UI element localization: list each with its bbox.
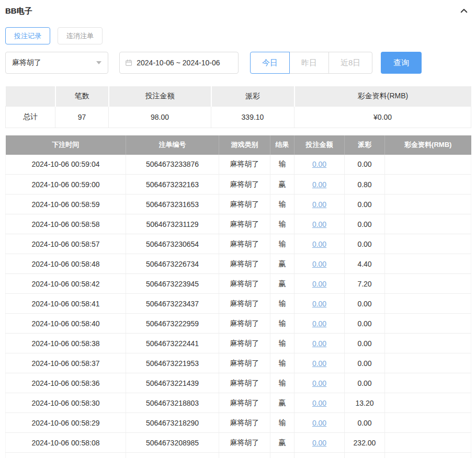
- order-id-cell: 5064673233876: [126, 155, 219, 175]
- game-type-cell: 麻将胡了: [219, 453, 270, 458]
- bet-amount-link[interactable]: 0.00: [312, 280, 326, 288]
- summary-total-bonus: ¥0.00: [294, 106, 471, 128]
- table-row: 2024-10-06 00:58:585064673231129麻将胡了输0.0…: [6, 214, 471, 234]
- order-id-cell: 5064673218290: [126, 413, 219, 433]
- bet-amount-link[interactable]: 0.00: [312, 419, 326, 427]
- result-cell: 输: [270, 413, 294, 433]
- order-id-cell: 5064673232163: [126, 175, 219, 194]
- bet-amount-cell: 0.00: [294, 413, 345, 433]
- bet-time-cell: 2024-10-06 00:58:41: [6, 294, 126, 314]
- table-row: 2024-10-06 00:58:595064673231653麻将胡了输0.0…: [6, 194, 471, 214]
- bet-amount-link[interactable]: 0.00: [312, 240, 326, 248]
- game-type-cell: 麻将胡了: [219, 194, 270, 214]
- bet-amount-link[interactable]: 0.00: [312, 399, 326, 407]
- bet-amount-link[interactable]: 0.00: [312, 439, 326, 447]
- panel-header: BB电子: [5, 4, 471, 17]
- bonus-cell: [385, 393, 471, 413]
- bet-time-cell: 2024-10-06 00:58:36: [6, 373, 126, 393]
- game-type-cell: 麻将胡了: [219, 353, 270, 373]
- payout-cell: 0.00: [345, 413, 385, 433]
- result-cell: 输: [270, 234, 294, 254]
- order-id-cell: 5064673230654: [126, 234, 219, 254]
- bet-amount-link[interactable]: 0.00: [312, 260, 326, 268]
- tab-bet-records[interactable]: 投注记录: [5, 27, 50, 44]
- payout-cell: 0.00: [345, 234, 385, 254]
- table-row: 2024-10-06 00:58:065064673208476麻将胡了输0.0…: [6, 453, 471, 458]
- result-cell: 赢: [270, 274, 294, 294]
- bet-time-cell: 2024-10-06 00:58:29: [6, 413, 126, 433]
- bet-amount-cell: 0.00: [294, 334, 345, 353]
- summary-header-bonus: 彩金资料(RMB): [294, 86, 471, 106]
- bet-amount-link[interactable]: 0.00: [312, 359, 326, 368]
- order-id-cell: 5064673222441: [126, 334, 219, 353]
- bet-amount-cell: 0.00: [294, 194, 345, 214]
- table-row: 2024-10-06 00:59:045064673233876麻将胡了输0.0…: [6, 155, 471, 175]
- table-row: 2024-10-06 00:58:575064673230654麻将胡了输0.0…: [6, 234, 471, 254]
- game-select[interactable]: 麻将胡了: [5, 52, 108, 74]
- payout-cell: 0.00: [345, 194, 385, 214]
- search-button[interactable]: 查询: [381, 52, 422, 74]
- bonus-cell: [385, 353, 471, 373]
- result-cell: 输: [270, 373, 294, 393]
- bonus-cell: [385, 373, 471, 393]
- bonus-cell: [385, 413, 471, 433]
- bonus-cell: [385, 294, 471, 314]
- game-select-value: 麻将胡了: [12, 58, 41, 67]
- bet-amount-link[interactable]: 0.00: [312, 200, 326, 209]
- quick-range-today[interactable]: 今日: [250, 52, 290, 74]
- summary-header-blank: [6, 86, 55, 106]
- payout-cell: 0.00: [345, 334, 385, 353]
- table-row: 2024-10-06 00:59:005064673232163麻将胡了赢0.0…: [6, 175, 471, 194]
- bet-amount-link[interactable]: 0.00: [312, 339, 326, 348]
- order-id-cell: 5064673226734: [126, 254, 219, 274]
- bet-time-cell: 2024-10-06 00:59:04: [6, 155, 126, 175]
- col-header-bonus: 彩金资料(RMB): [385, 135, 471, 155]
- summary-total-bet-amount: 98.00: [109, 106, 211, 128]
- payout-cell: 7.20: [345, 274, 385, 294]
- bet-amount-link[interactable]: 0.00: [312, 300, 326, 308]
- col-header-order-id: 注单编号: [126, 135, 219, 155]
- result-cell: 赢: [270, 254, 294, 274]
- collapse-panel-button[interactable]: [458, 5, 470, 17]
- bet-table-body: 2024-10-06 00:59:045064673233876麻将胡了输0.0…: [6, 155, 471, 458]
- table-row: 2024-10-06 00:58:485064673226734麻将胡了赢0.0…: [6, 254, 471, 274]
- order-id-cell: 5064673208476: [126, 453, 219, 458]
- bonus-cell: [385, 453, 471, 458]
- game-type-cell: 麻将胡了: [219, 254, 270, 274]
- calendar-icon: [125, 59, 132, 67]
- bet-time-cell: 2024-10-06 00:59:00: [6, 175, 126, 194]
- bet-time-cell: 2024-10-06 00:58:57: [6, 234, 126, 254]
- order-id-cell: 5064673222959: [126, 314, 219, 334]
- order-id-cell: 5064673231129: [126, 214, 219, 234]
- payout-cell: 0.00: [345, 353, 385, 373]
- col-header-payout: 派彩: [345, 135, 385, 155]
- order-id-cell: 5064673218803: [126, 393, 219, 413]
- table-row: 2024-10-06 00:58:425064673223945麻将胡了赢0.0…: [6, 274, 471, 294]
- quick-range-last8days[interactable]: 近8日: [328, 52, 372, 74]
- bet-amount-link[interactable]: 0.00: [312, 220, 326, 228]
- quick-range-yesterday[interactable]: 昨日: [289, 52, 329, 74]
- bet-amount-link[interactable]: 0.00: [312, 180, 326, 189]
- bet-time-cell: 2024-10-06 00:58:48: [6, 254, 126, 274]
- tab-cancelled-orders[interactable]: 连消注单: [58, 27, 103, 44]
- bet-amount-cell: 0.00: [294, 234, 345, 254]
- page-title: BB电子: [5, 6, 32, 16]
- order-id-cell: 5064673231653: [126, 194, 219, 214]
- date-range-picker[interactable]: [119, 52, 239, 74]
- result-cell: 输: [270, 294, 294, 314]
- bet-time-cell: 2024-10-06 00:58:38: [6, 334, 126, 353]
- bonus-cell: [385, 314, 471, 334]
- payout-cell: 0.80: [345, 175, 385, 194]
- bonus-cell: [385, 175, 471, 194]
- summary-total-label: 总计: [6, 106, 55, 128]
- bet-amount-link[interactable]: 0.00: [312, 160, 326, 168]
- summary-header-payout: 派彩: [211, 86, 294, 106]
- date-range-input[interactable]: [137, 59, 233, 67]
- bet-amount-link[interactable]: 0.00: [312, 379, 326, 387]
- col-header-bet-amount: 投注金额: [294, 135, 345, 155]
- payout-cell: 0.00: [345, 373, 385, 393]
- game-type-cell: 麻将胡了: [219, 433, 270, 453]
- bet-amount-link[interactable]: 0.00: [312, 319, 326, 328]
- bet-time-cell: 2024-10-06 00:58:58: [6, 214, 126, 234]
- result-cell: 赢: [270, 393, 294, 413]
